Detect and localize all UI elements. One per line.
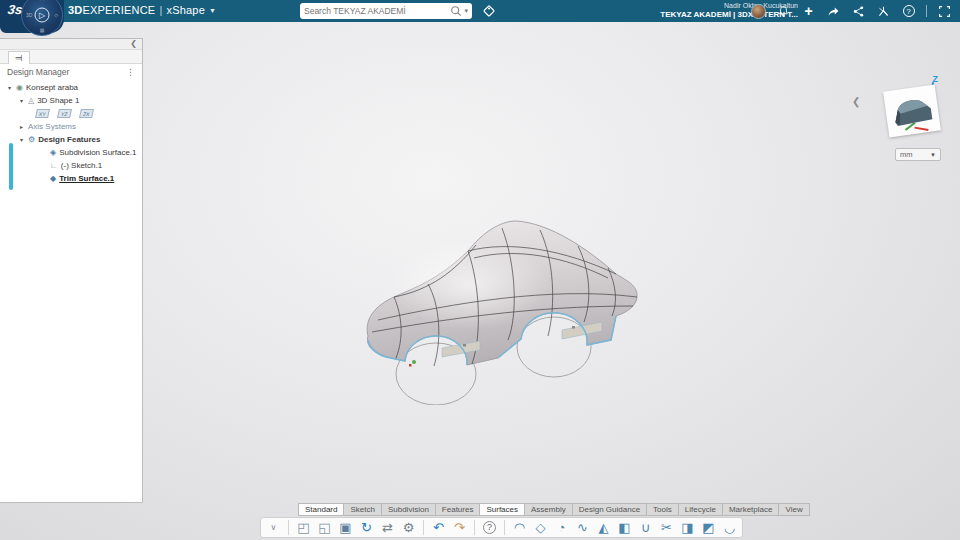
add-content-icon[interactable]: + — [801, 4, 816, 19]
save-icon[interactable]: ▣ — [339, 521, 352, 534]
brand-experience: EXPERIENCE — [82, 4, 155, 16]
concept-car-model — [350, 190, 650, 405]
tree-row-konsept-araba[interactable]: ▾◉Konsept araba — [0, 81, 142, 94]
settings-icon[interactable]: ⚙ — [402, 521, 415, 534]
panel-header-strip: ❮ — [0, 39, 142, 50]
share-network-icon[interactable] — [851, 4, 866, 19]
plane-xy-icon[interactable]: XY — [35, 109, 50, 118]
header-icon-group: + ? — [751, 0, 952, 22]
split-surface-icon[interactable]: ◩ — [702, 521, 715, 534]
design-tree: ▾◉Konsept araba▾◬3D Shape 1XYYZZX▸Axis S… — [0, 81, 142, 185]
untrim-surface-icon[interactable]: ◨ — [681, 521, 694, 534]
fullscreen-icon[interactable] — [937, 4, 952, 19]
notifications-bell-icon[interactable] — [776, 4, 791, 19]
extend-surface-icon[interactable]: ◡ — [723, 521, 736, 534]
trim-surface-icon[interactable]: ✂ — [660, 521, 673, 534]
blend-surface-icon[interactable]: ∪ — [639, 521, 652, 534]
compass-east-quadrant: ◇ — [54, 12, 58, 18]
tree-row-axis-systems[interactable]: ▸Axis Systems — [0, 120, 142, 133]
tab-marketplace[interactable]: Marketplace — [722, 503, 779, 516]
tab-standard[interactable]: Standard — [298, 503, 343, 516]
tree-label[interactable]: (-) Sketch.1 — [61, 161, 102, 170]
tree-row-design-features[interactable]: ▾⚙Design Features — [0, 133, 142, 146]
tree-label[interactable]: Design Features — [38, 135, 100, 144]
refresh-icon[interactable]: ↻ — [360, 521, 373, 534]
app-switcher-chevron-icon[interactable]: ▼ — [209, 7, 216, 14]
share-forward-icon[interactable] — [826, 4, 841, 19]
tree-view-tab[interactable]: ⊨ — [8, 51, 30, 64]
tab-assembly[interactable]: Assembly — [524, 503, 572, 516]
3d-viewport[interactable]: ❮ Z mm ▼ — [0, 22, 960, 540]
search-icon[interactable] — [450, 5, 462, 17]
tree-row-sketch-1[interactable]: ∟(-) Sketch.1 — [0, 159, 142, 172]
tab-subdivision[interactable]: Subdivision — [381, 503, 435, 516]
tab-view[interactable]: View — [778, 503, 809, 516]
tab-sketch[interactable]: Sketch — [343, 503, 380, 516]
tree-label[interactable]: 3D Shape 1 — [37, 96, 79, 105]
loft-surface-icon[interactable]: ◭ — [597, 521, 610, 534]
view-cube-card[interactable] — [883, 85, 941, 138]
tab-tools[interactable]: Tools — [646, 503, 678, 516]
expand-arrow-icon[interactable]: ▾ — [18, 97, 25, 104]
plane-zx-icon[interactable]: ZX — [79, 109, 94, 118]
tab-features[interactable]: Features — [435, 503, 480, 516]
panel-title: Design Manager — [7, 67, 69, 77]
tab-lifecycle[interactable]: Lifecycle — [678, 503, 722, 516]
tab-design-guidance[interactable]: Design Guidance — [572, 503, 646, 516]
search-options-chevron-icon[interactable]: ▾ — [464, 7, 468, 15]
revolve-surface-icon[interactable]: ◔ — [555, 521, 568, 534]
tree-row-subdivision-surface-1[interactable]: ◈Subdivision Surface.1 — [0, 146, 142, 159]
3ds-logo[interactable]: 3s — [7, 2, 24, 17]
action-bar-tabs: StandardSketchSubdivisionFeaturesSurface… — [298, 503, 810, 516]
shape-icon: ◬ — [28, 97, 34, 105]
search-input[interactable] — [304, 6, 450, 16]
viewport-panel-collapse-icon[interactable]: ❮ — [852, 96, 860, 107]
toolbar-divider — [504, 520, 505, 535]
user-avatar[interactable] — [751, 4, 766, 19]
new-3d-shape-icon[interactable]: ◰ — [297, 521, 310, 534]
brand-title: 3DEXPERIENCE | xShape ▼ — [68, 4, 216, 16]
panel-tab-strip: ⊨ — [0, 50, 142, 64]
compass-north-quadrant: ◠ — [40, 0, 44, 3]
help-icon[interactable]: ? — [901, 4, 916, 19]
tree-row-reference-planes[interactable]: XYYZZX — [0, 107, 142, 120]
compass-west-quadrant: 3D — [26, 12, 32, 18]
tree-label[interactable]: Konsept araba — [26, 83, 78, 92]
units-dropdown-arrow-icon: ▼ — [930, 152, 936, 158]
tree-row-trim-surface-1[interactable]: ◆Trim Surface.1 — [0, 172, 142, 185]
redo-icon[interactable]: ↷ — [453, 521, 466, 534]
toolbar-divider — [288, 520, 289, 535]
collapse-toolbar-icon[interactable]: ∨ — [267, 524, 280, 532]
tree-label[interactable]: Trim Surface.1 — [59, 174, 114, 183]
tab-surfaces[interactable]: Surfaces — [479, 503, 524, 516]
extrude-surface-icon[interactable]: ◠ — [513, 521, 526, 534]
expand-arrow-icon[interactable]: ▾ — [18, 136, 25, 143]
action-bar-toolbar: ∨◰◱▣↻⇄⚙↶↷?◠◇◔∿◭◧∪✂◨◩◡ — [260, 517, 743, 538]
compass-south-quadrant: ▦ — [40, 27, 45, 33]
plane-yz-icon[interactable]: YZ — [57, 109, 72, 118]
tag-icon[interactable] — [482, 4, 496, 18]
import-export-icon[interactable]: ⇄ — [381, 521, 394, 534]
design-manager-panel: ❮ ⊨ Design Manager ⋮ ▾◉Konsept araba▾◬3D… — [0, 38, 143, 503]
units-dropdown[interactable]: mm ▼ — [895, 148, 941, 161]
open-3d-shape-icon[interactable]: ◱ — [318, 521, 331, 534]
expand-arrow-icon[interactable]: ▸ — [18, 123, 25, 130]
tree-label[interactable]: Subdivision Surface.1 — [59, 148, 136, 157]
offset-surface-icon[interactable]: ◇ — [534, 521, 547, 534]
compass-play-icon[interactable]: ▷ — [35, 8, 50, 23]
design-features-icon: ⚙ — [28, 136, 35, 144]
panel-collapse-icon[interactable]: ❮ — [130, 39, 137, 48]
tree-label[interactable]: Axis Systems — [28, 122, 76, 131]
trim-surface-icon: ◆ — [50, 175, 56, 183]
3dswym-icon[interactable] — [876, 4, 891, 19]
tree-selection-accent-bar — [9, 143, 13, 190]
fill-surface-icon[interactable]: ◧ — [618, 521, 631, 534]
search-bar: ▾ — [300, 3, 472, 19]
panel-menu-kebab-icon[interactable]: ⋮ — [126, 67, 135, 77]
sweep-surface-icon[interactable]: ∿ — [576, 521, 589, 534]
tree-row-3d-shape-1[interactable]: ▾◬3D Shape 1 — [0, 94, 142, 107]
help-icon[interactable]: ? — [483, 521, 496, 534]
undo-icon[interactable]: ↶ — [432, 521, 445, 534]
view-cube[interactable]: Z — [882, 74, 952, 146]
expand-arrow-icon[interactable]: ▾ — [6, 84, 13, 91]
